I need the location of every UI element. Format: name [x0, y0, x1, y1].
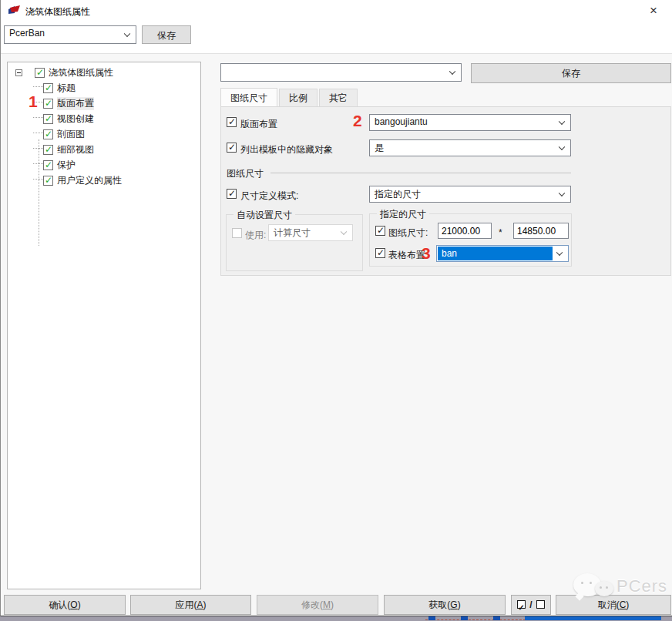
tab-other[interactable]: 其它	[319, 89, 358, 106]
drawing-properties-dialog: 浇筑体图纸属性 × PcerBan 保存 浇筑体图纸属性 标题 版面布置	[0, 0, 672, 616]
preset-combobox[interactable]: PcerBan	[4, 25, 136, 44]
save-preset-button[interactable]: 保存	[142, 25, 191, 44]
window-title: 浇筑体图纸属性	[25, 5, 90, 18]
watermark-text: PCers	[617, 576, 667, 596]
page-save-button[interactable]: 保存	[471, 63, 671, 83]
tree-item-checkbox[interactable]	[43, 83, 53, 93]
autosize-combobox: 计算尺寸	[268, 224, 353, 241]
tree-item-checkbox[interactable]	[43, 160, 53, 170]
size-mode-combobox[interactable]: 指定的尺寸	[369, 186, 571, 203]
tree-root-checkbox[interactable]	[35, 68, 45, 78]
app-icon	[8, 5, 22, 17]
table-layout-checkbox[interactable]	[375, 248, 385, 258]
tree-item-title[interactable]: 标题	[43, 81, 76, 95]
tree-item-checkbox[interactable]	[43, 129, 53, 139]
tree-root-row[interactable]: 浇筑体图纸属性	[15, 65, 113, 79]
chevron-down-icon	[559, 144, 565, 150]
apply-button[interactable]: 应用(A)	[130, 595, 251, 615]
tree-item-checkbox[interactable]	[43, 114, 53, 124]
background-window-strip	[0, 616, 672, 621]
sheet-size-times: *	[499, 227, 502, 238]
tree-item-view-creation[interactable]: 视图创建	[43, 112, 94, 126]
tab-drawing-size[interactable]: 图纸尺寸	[220, 88, 277, 106]
layout-combobox[interactable]: bangoujiantu	[369, 114, 571, 131]
tree-item-checkbox[interactable]	[43, 99, 53, 109]
table-layout-selected-value: ban	[438, 247, 553, 260]
hidden-objects-label: 列出模板中的隐藏对象	[240, 143, 333, 156]
title-bar: 浇筑体图纸属性 ×	[1, 0, 672, 22]
table-layout-label: 表格布置	[388, 249, 425, 262]
tree-item-detail-view[interactable]: 细部视图	[43, 143, 94, 156]
hidden-objects-combobox[interactable]: 是	[369, 139, 571, 156]
options-tree-panel: 浇筑体图纸属性 标题 版面布置 视图创建 剖面图 细部视图	[7, 62, 201, 589]
chevron-down-icon	[341, 229, 347, 235]
autosize-group-title: 自动设置尺寸	[234, 209, 295, 222]
close-icon[interactable]: ×	[642, 2, 665, 20]
tree-item-checkbox[interactable]	[43, 176, 53, 186]
unchecked-box-icon	[536, 600, 545, 609]
tab-strip: 图纸尺寸 比例 其它	[220, 89, 359, 106]
tree-item-protection[interactable]: 保护	[43, 158, 76, 172]
checked-box-icon	[517, 600, 526, 609]
wechat-bubble-icon	[573, 573, 601, 596]
preset-toolbar: PcerBan 保存	[1, 22, 672, 54]
autosize-use-label: 使用:	[245, 229, 266, 242]
annotation-1: 1	[29, 92, 38, 111]
section-divider	[270, 173, 571, 173]
specified-size-group-title: 指定的尺寸	[377, 208, 429, 221]
chevron-down-icon	[556, 250, 563, 256]
annotation-2: 2	[353, 112, 362, 130]
chevron-down-icon	[124, 31, 130, 37]
tree-root-label[interactable]: 浇筑体图纸属性	[49, 66, 113, 79]
sheet-size-checkbox[interactable]	[375, 226, 385, 236]
autosize-groupbox: 自动设置尺寸	[226, 214, 363, 271]
tree-connector-line	[39, 139, 39, 246]
collapse-icon[interactable]	[15, 69, 22, 76]
hidden-objects-checkbox[interactable]	[227, 143, 237, 153]
ok-button[interactable]: 确认(O)	[4, 595, 126, 615]
size-mode-label: 尺寸定义模式:	[240, 190, 298, 203]
table-layout-combobox[interactable]: ban	[436, 245, 569, 262]
chevron-down-icon	[559, 190, 565, 196]
chevron-down-icon	[559, 119, 565, 125]
tab-scale[interactable]: 比例	[279, 89, 318, 106]
sheet-size-label: 图纸尺寸:	[388, 227, 428, 240]
layout-label: 版面布置	[240, 118, 277, 131]
tree-item-user-attributes[interactable]: 用户定义的属性	[43, 173, 122, 187]
chevron-down-icon	[449, 69, 455, 75]
page-preset-combobox[interactable]	[220, 63, 462, 82]
drawing-size-section-label: 图纸尺寸	[227, 167, 264, 180]
toggle-all-checkboxes-button[interactable]: /	[511, 595, 551, 615]
modify-button: 修改(M)	[257, 595, 378, 615]
preset-combobox-value: PcerBan	[9, 28, 45, 39]
autosize-use-checkbox[interactable]	[232, 228, 242, 238]
tree-item-checkbox[interactable]	[43, 145, 53, 155]
get-button[interactable]: 获取(G)	[384, 595, 506, 615]
layout-checkbox[interactable]	[227, 117, 237, 127]
wechat-bubble-small-icon	[595, 581, 613, 596]
tree-item-section-view[interactable]: 剖面图	[43, 127, 85, 141]
cancel-button[interactable]: 取消(C)	[556, 595, 671, 615]
annotation-3: 3	[422, 244, 431, 263]
sheet-height-input[interactable]	[513, 223, 569, 239]
sheet-width-input[interactable]	[438, 223, 492, 239]
size-mode-checkbox[interactable]	[227, 189, 237, 199]
tree-item-layout[interactable]: 版面布置	[43, 96, 94, 110]
